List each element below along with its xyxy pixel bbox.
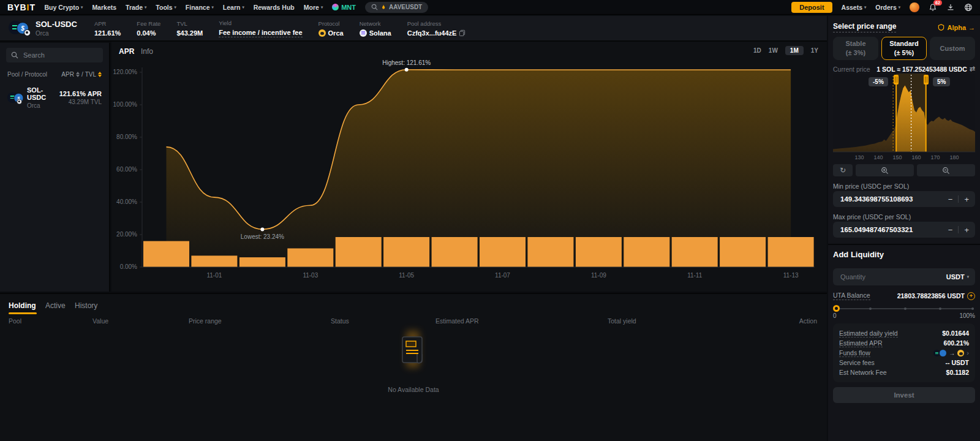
column-estimated-apr: Estimated APR (435, 317, 479, 325)
swap-direction-icon[interactable]: ⇄ (970, 65, 975, 73)
tab-info[interactable]: Info (141, 47, 153, 56)
max-decrease-button[interactable]: − (948, 226, 953, 234)
nav-item-buy-crypto[interactable]: Buy Crypto▾ (45, 4, 83, 11)
mnt-link[interactable]: MNT (332, 4, 356, 11)
tab-holding[interactable]: Holding (9, 301, 36, 310)
column-total-yield: Total yield (608, 317, 636, 325)
max-price-input[interactable] (839, 225, 948, 234)
download-button[interactable] (946, 3, 955, 12)
pool-list-sidebar: Pool / Protocol APR / TVL $ SOL-USDC Orc… (0, 43, 110, 292)
svg-text:11-11: 11-11 (687, 272, 703, 279)
bybit-logo[interactable]: BYBIT (7, 2, 36, 12)
lower-bound-badge: -5% (869, 77, 888, 86)
min-price-field: −+ (833, 191, 975, 207)
range-1m-button[interactable]: 1M (785, 46, 804, 55)
mnt-icon (332, 4, 339, 10)
currency-select[interactable]: USDT▾ (946, 273, 969, 281)
nav-item-rewards-hub[interactable]: Rewards Hub (254, 4, 295, 11)
nav-right: Deposit Assets▾ Orders▾ 62 (791, 2, 973, 13)
svg-text:0.00%: 0.00% (120, 263, 137, 270)
preset-standard-button[interactable]: Standard(± 5%) (881, 37, 927, 60)
download-icon (946, 3, 955, 12)
pool-list-item-sol-usdc[interactable]: $ SOL-USDC Orca 121.61% APR 43.29M TVL (0, 80, 109, 115)
transfer-icon[interactable]: + (967, 292, 975, 300)
nav-item-more[interactable]: More▾ (304, 4, 323, 11)
time-range-switch: 1D 1W 1M 1Y (753, 46, 818, 55)
max-price-handle[interactable] (924, 75, 929, 85)
quantity-input[interactable] (839, 273, 946, 281)
notifications-button[interactable]: 62 (929, 3, 937, 12)
range-1y-button[interactable]: 1Y (811, 47, 818, 54)
max-price-field: −+ (833, 222, 975, 238)
max-price-label: Max price (USDC per SOL) (833, 213, 911, 221)
copy-icon[interactable] (459, 29, 466, 36)
nav-item-finance[interactable]: Finance▾ (186, 4, 214, 11)
no-data-text: No Available Data (0, 386, 827, 393)
sol-usdc-pair-icon: $ (7, 91, 22, 104)
range-1w-button[interactable]: 1W (769, 47, 778, 54)
range-1d-button[interactable]: 1D (753, 47, 761, 54)
top-nav: BYBIT Buy Crypto▾ Markets Trade▾ Tools▾ … (0, 0, 980, 15)
liquidity-histogram[interactable]: -5% 5% (833, 74, 975, 153)
nav-item-trade[interactable]: Trade▾ (126, 4, 146, 11)
max-increase-button[interactable]: + (964, 226, 969, 234)
deposit-button[interactable]: Deposit (791, 2, 832, 13)
empty-state: No Available Data (0, 330, 827, 393)
slider-handle[interactable] (833, 305, 840, 312)
zoom-in-button[interactable] (856, 164, 914, 176)
apr-sort-arrows-icon[interactable] (76, 72, 80, 77)
nav-search[interactable]: AAVEUSDT (365, 2, 428, 13)
stat-network: Network Solana (360, 20, 391, 37)
nav-item-learn[interactable]: Learn▾ (223, 4, 244, 11)
alpha-link[interactable]: Alpha → (938, 24, 975, 31)
preset-custom-button[interactable]: Custom (930, 37, 975, 60)
search-icon (11, 51, 18, 59)
assets-menu[interactable]: Assets▾ (842, 4, 867, 11)
svg-text:120.00%: 120.00% (113, 69, 138, 75)
sort-by-tvl[interactable]: TVL (85, 71, 96, 78)
min-increase-button[interactable]: + (964, 195, 969, 203)
nav-item-markets[interactable]: Markets (92, 4, 116, 11)
alpha-shield-icon (938, 24, 944, 31)
tab-history[interactable]: History (75, 301, 97, 310)
network-fee-label: Est Network Fee (839, 369, 887, 376)
stat-yield: Yield Fee income / incentive fee (219, 20, 302, 37)
pool-search-input[interactable] (22, 51, 92, 59)
svg-text:11-13: 11-13 (783, 272, 799, 279)
add-liquidity-title: Add Liquidity (833, 250, 884, 259)
orders-menu[interactable]: Orders▾ (875, 4, 900, 11)
solana-icon (360, 29, 367, 37)
chevron-down-icon: ▾ (967, 274, 969, 279)
language-button[interactable] (964, 3, 973, 12)
uta-balance-value: 21803.78823856 USDT (897, 292, 965, 300)
service-fees-label: Service fees (839, 359, 875, 366)
funds-flow-value[interactable]: → › (933, 349, 969, 356)
min-decrease-button[interactable]: − (948, 195, 953, 203)
svg-text:11-05: 11-05 (399, 272, 414, 279)
pool-search[interactable] (6, 48, 103, 62)
amount-slider[interactable] (834, 305, 974, 312)
svg-text:11-07: 11-07 (495, 272, 510, 279)
zoom-out-button[interactable] (917, 164, 975, 176)
slider-max-label: 100% (959, 312, 975, 319)
sort-by-apr[interactable]: APR (61, 71, 74, 78)
daily-yield-label: Estimated daily yield (839, 330, 898, 337)
tvl-sort-arrows-icon[interactable] (98, 72, 102, 77)
svg-text:11-09: 11-09 (591, 272, 606, 279)
reset-range-button[interactable]: ↻ (833, 164, 853, 176)
tab-apr[interactable]: APR (119, 47, 134, 56)
chevron-down-icon: ▾ (899, 5, 900, 10)
stat-fee-rate: Fee Rate 0.04% (137, 20, 160, 37)
estimated-apr-label: Estimated APR (839, 339, 883, 347)
avatar[interactable] (910, 2, 919, 12)
column-status: Status (331, 317, 349, 325)
nav-item-tools[interactable]: Tools▾ (156, 4, 176, 11)
invest-button[interactable]: Invest (833, 387, 975, 403)
min-price-handle[interactable] (894, 75, 899, 85)
min-price-input[interactable] (839, 195, 948, 203)
preset-stable-button[interactable]: Stable(± 3%) (833, 37, 878, 60)
uta-balance-label: UTA Balance (833, 292, 870, 300)
chevron-right-icon: › (967, 349, 969, 356)
tab-active[interactable]: Active (45, 301, 66, 310)
yield-tooltip-trigger[interactable]: Fee income / incentive fee (219, 29, 302, 37)
